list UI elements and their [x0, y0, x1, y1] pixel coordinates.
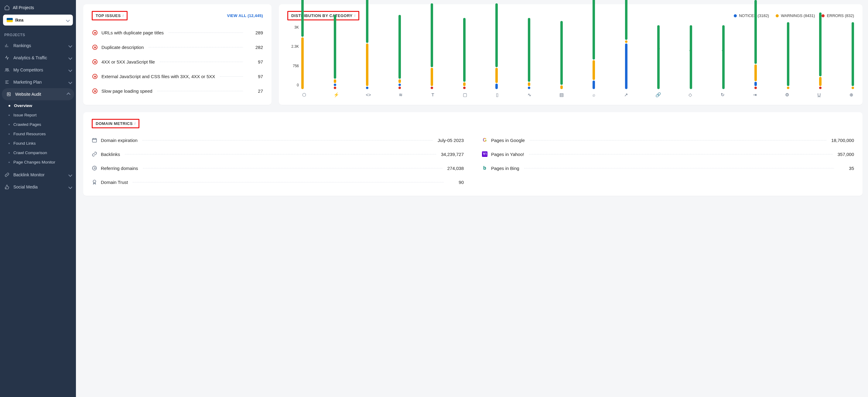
nav-social-media[interactable]: Social Media: [0, 181, 76, 193]
subnav-crawl-comparison[interactable]: Crawl Comparison: [0, 148, 76, 158]
issue-value: 27: [248, 88, 263, 94]
chart-bar[interactable]: [366, 0, 368, 89]
nav-rankings[interactable]: Rankings: [0, 39, 76, 52]
issue-row[interactable]: URLs with duplicate page titles289: [92, 25, 263, 40]
chart-bar[interactable]: [787, 22, 789, 89]
target-icon: [92, 165, 97, 171]
issue-row[interactable]: Duplicate description282: [92, 40, 263, 54]
nav-website-audit[interactable]: Website Audit: [2, 88, 74, 100]
metric-value: 274,038: [447, 166, 464, 171]
info-icon[interactable]: i: [134, 121, 135, 126]
chart-bar[interactable]: [399, 15, 401, 89]
info-icon[interactable]: i: [354, 13, 355, 18]
issue-value: 97: [248, 74, 263, 79]
issue-row[interactable]: Slow page loading speed27: [92, 84, 263, 98]
chart-bar[interactable]: [528, 18, 530, 89]
cat-icon[interactable]: <>: [366, 92, 371, 97]
cat-icon[interactable]: ◇: [688, 92, 693, 97]
check-icon: ✓: [657, 47, 660, 53]
top-issues-card: TOP ISSUES i VIEW ALL (12,445) URLs with…: [83, 4, 272, 105]
svg-rect-4: [92, 139, 97, 142]
issue-row[interactable]: 4XX or 5XX JavaScript file97: [92, 54, 263, 69]
chart-bar[interactable]: [754, 0, 757, 89]
chevron-down-icon: [69, 43, 72, 48]
nav-competitors[interactable]: My Competitors: [0, 64, 76, 76]
subnav-found-links[interactable]: Found Links: [0, 139, 76, 148]
cat-icon[interactable]: U: [816, 92, 822, 97]
audit-subnav: Overview Issue Report Crawled Pages Foun…: [0, 100, 76, 169]
legend-notices[interactable]: NOTICES (3182): [734, 13, 769, 18]
subnav-issue-report[interactable]: Issue Report: [0, 110, 76, 120]
chart-bar[interactable]: [560, 21, 563, 89]
cat-icon[interactable]: ▯: [494, 92, 500, 97]
issue-row[interactable]: External JavaScript and CSS files with 3…: [92, 69, 263, 84]
metric-label: Domain expiration: [101, 138, 137, 143]
cat-icon[interactable]: ▤: [559, 92, 564, 97]
info-icon[interactable]: i: [123, 13, 124, 18]
thumbs-up-icon: [4, 184, 10, 190]
pulse-icon: [4, 55, 10, 60]
chart-bar[interactable]: [592, 0, 595, 89]
subnav-page-changes[interactable]: Page Changes Monitor: [0, 158, 76, 167]
bing-icon: b: [482, 165, 488, 171]
bars-icon: [4, 43, 10, 48]
distribution-card: DISTRIBUTION BY CATEGORY i NOTICES (3182…: [279, 4, 863, 105]
cat-icon[interactable]: ⌕: [591, 92, 596, 97]
metric-row: Backlinks34,239,727: [92, 147, 464, 161]
chart-bar[interactable]: [463, 18, 466, 89]
issue-label: Slow page loading speed: [101, 88, 152, 94]
chart-bar[interactable]: [431, 3, 433, 89]
chart-y-axis: 3K2.3K7560: [287, 25, 299, 89]
cat-icon[interactable]: ↗: [623, 92, 629, 97]
metric-label: Backlinks: [101, 152, 120, 157]
chart-bar[interactable]: [625, 0, 627, 89]
chevron-down-icon: [69, 185, 72, 189]
view-all-link[interactable]: VIEW ALL (12,445): [227, 13, 263, 18]
subnav-found-resources[interactable]: Found Resources: [0, 129, 76, 139]
chevron-down-icon: [66, 18, 69, 23]
chart-bar[interactable]: [851, 22, 854, 89]
cat-icon[interactable]: 🔗: [655, 92, 661, 97]
cat-icon[interactable]: ⇥: [752, 92, 757, 97]
cat-icon[interactable]: ↻: [720, 92, 725, 97]
cat-icon[interactable]: ⚡: [334, 92, 339, 97]
cat-icon[interactable]: ▢: [462, 92, 468, 97]
metric-label: Pages in Bing: [491, 166, 519, 171]
distribution-title: DISTRIBUTION BY CATEGORY: [291, 13, 352, 18]
cat-icon[interactable]: T: [430, 92, 436, 97]
legend-errors[interactable]: ERRORS (832): [822, 13, 854, 18]
chart-bar[interactable]: [819, 12, 822, 89]
nav-analytics[interactable]: Analytics & Traffic: [0, 52, 76, 64]
metric-label: Pages in Google: [491, 138, 525, 143]
chevron-up-icon: [67, 92, 70, 97]
chart-bar[interactable]: ✓: [657, 25, 660, 89]
issue-value: 282: [248, 45, 263, 50]
chart-bar[interactable]: [495, 3, 498, 89]
nav-backlink-monitor[interactable]: Backlink Monitor: [0, 169, 76, 181]
metric-row: Domain expirationJuly-05 2023: [92, 133, 464, 147]
chevron-down-icon: [69, 172, 72, 177]
chart-bar[interactable]: [301, 0, 304, 89]
main-content: TOP ISSUES i VIEW ALL (12,445) URLs with…: [76, 0, 868, 397]
project-selector[interactable]: Ikea: [3, 15, 73, 26]
top-issues-title: TOP ISSUES: [96, 13, 121, 18]
chart-bar[interactable]: [334, 15, 336, 89]
cat-icon[interactable]: ⊕: [848, 92, 854, 97]
cat-icon[interactable]: ∿: [527, 92, 532, 97]
cat-icon[interactable]: ≋: [398, 92, 403, 97]
nav-marketing-plan[interactable]: Marketing Plan: [0, 76, 76, 88]
legend-warnings[interactable]: WARNINGS (8431): [776, 13, 815, 18]
cat-icon[interactable]: ⬡: [301, 92, 307, 97]
cat-icon[interactable]: ⚙: [784, 92, 789, 97]
error-icon: [92, 59, 98, 65]
error-icon: [92, 73, 98, 79]
chart-bar[interactable]: ✓: [690, 25, 692, 89]
subnav-crawled-pages[interactable]: Crawled Pages: [0, 120, 76, 129]
all-projects-link[interactable]: All Projects: [0, 3, 76, 15]
issue-label: External JavaScript and CSS files with 3…: [101, 74, 215, 79]
project-name: Ikea: [15, 18, 23, 23]
home-icon: [4, 5, 10, 10]
issue-label: Duplicate description: [101, 45, 144, 50]
subnav-overview[interactable]: Overview: [0, 101, 76, 110]
chart-bar[interactable]: ✓: [722, 25, 725, 89]
